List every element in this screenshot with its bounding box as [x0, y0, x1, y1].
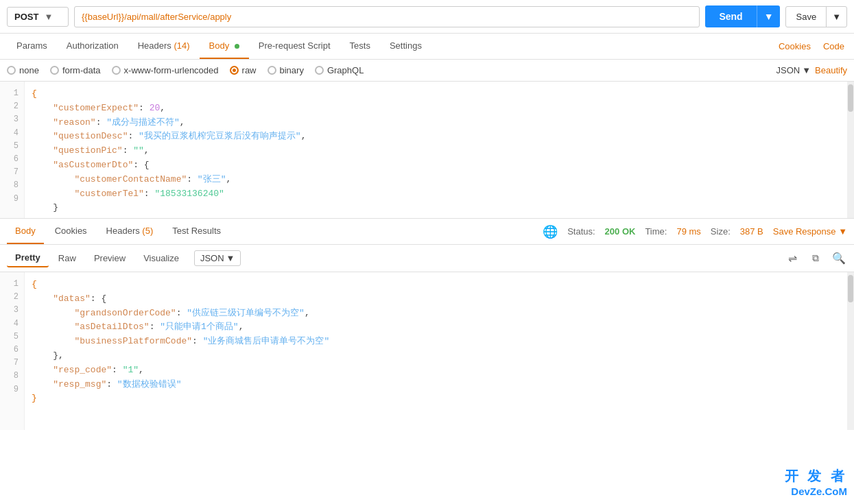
request-editor: 123456789 { "customerExpect": 20, "reaso… — [0, 82, 854, 219]
radio-binary[interactable]: binary — [268, 65, 304, 75]
viewer-tab-preview[interactable]: Preview — [86, 250, 134, 267]
viewer-tab-pretty[interactable]: Pretty — [7, 249, 49, 267]
tab-settings[interactable]: Settings — [380, 34, 431, 59]
time-label: Time: — [645, 226, 667, 237]
size-label: Size: — [711, 226, 731, 237]
response-code-content[interactable]: { "datas": { "grandsonOrderCode": "供应链三级… — [25, 272, 854, 430]
radio-circle-none — [7, 66, 16, 75]
request-tab-bar: Params Authorization Headers (14) Body P… — [0, 34, 854, 60]
send-button[interactable]: Send ▼ — [705, 5, 780, 27]
response-tab-test-results[interactable]: Test Results — [164, 219, 229, 244]
method-text: POST — [14, 12, 38, 22]
wrap-lines-icon[interactable]: ⇌ — [784, 250, 800, 267]
response-tab-bar: Body Cookies Headers (5) Test Results 🌐 … — [0, 219, 854, 245]
tab-params[interactable]: Params — [7, 34, 57, 59]
response-json-label: JSON — [200, 253, 224, 263]
url-bar: POST ▼ Send ▼ Save ▼ — [0, 0, 854, 34]
tab-headers[interactable]: Headers (14) — [128, 34, 200, 59]
watermark: 开 发 者 DevZe.CoM — [785, 467, 847, 497]
save-response-button[interactable]: Save Response ▼ — [773, 226, 847, 237]
request-code-content[interactable]: { "customerExpect": 20, "reason": "成分与描述… — [25, 82, 854, 218]
watermark-line1: 开 发 者 — [785, 467, 847, 485]
radio-graphql[interactable]: GraphQL — [315, 65, 364, 75]
tab-authorization[interactable]: Authorization — [57, 34, 128, 59]
tab-tests[interactable]: Tests — [340, 34, 380, 59]
radio-circle-urlencoded — [112, 66, 121, 75]
save-dropdown-arrow[interactable]: ▼ — [826, 7, 846, 27]
method-chevron: ▼ — [44, 12, 53, 22]
radio-circle-binary — [268, 66, 276, 75]
viewer-tab-right: ⇌ ⧉ 🔍 — [784, 250, 847, 267]
save-button[interactable]: Save ▼ — [785, 6, 847, 27]
response-line-numbers: 123456789 — [0, 272, 25, 430]
radio-circle-raw — [230, 66, 239, 75]
body-options-bar: none form-data x-www-form-urlencoded raw… — [0, 60, 854, 82]
response-json-select[interactable]: JSON ▼ — [194, 250, 241, 266]
radio-none-label: none — [19, 65, 39, 75]
time-value: 79 ms — [676, 226, 700, 237]
body-options-right: JSON ▼ Beautify — [776, 65, 847, 75]
radio-binary-label: binary — [280, 65, 304, 75]
json-format-chevron: ▼ — [802, 65, 811, 75]
globe-icon[interactable]: 🌐 — [543, 224, 558, 239]
send-label: Send — [705, 5, 756, 27]
radio-urlencoded-label: x-www-form-urlencoded — [124, 65, 219, 75]
viewer-tab-raw[interactable]: Raw — [50, 250, 84, 267]
json-format-label: JSON — [776, 65, 800, 75]
json-format-select[interactable]: JSON ▼ — [776, 65, 811, 75]
tab-pre-request[interactable]: Pre-request Script — [249, 34, 340, 59]
radio-raw-label: raw — [242, 65, 257, 75]
status-value: 200 OK — [605, 226, 636, 237]
code-link[interactable]: Code — [820, 34, 847, 58]
beautify-button[interactable]: Beautify — [815, 65, 847, 75]
watermark-line2: DevZe.CoM — [785, 485, 847, 497]
viewer-tab-visualize[interactable]: Visualize — [135, 250, 187, 267]
radio-form-data[interactable]: form-data — [50, 65, 101, 75]
method-select[interactable]: POST ▼ — [7, 7, 69, 27]
radio-graphql-label: GraphQL — [327, 65, 364, 75]
save-label: Save — [786, 7, 826, 27]
send-dropdown-arrow[interactable]: ▼ — [757, 5, 781, 27]
viewer-tab-bar: Pretty Raw Preview Visualize JSON ▼ ⇌ ⧉ … — [0, 245, 854, 272]
radio-urlencoded[interactable]: x-www-form-urlencoded — [112, 65, 219, 75]
response-scrollbar[interactable] — [847, 272, 854, 430]
status-bar: 🌐 Status: 200 OK Time: 79 ms Size: 387 B… — [543, 224, 847, 239]
status-label: Status: — [567, 226, 595, 237]
radio-form-data-label: form-data — [62, 65, 101, 75]
tab-body[interactable]: Body — [200, 34, 249, 59]
radio-none[interactable]: none — [7, 65, 39, 75]
response-json-chevron: ▼ — [226, 253, 235, 263]
request-line-numbers: 123456789 — [0, 82, 25, 218]
radio-circle-graphql — [315, 66, 324, 75]
radio-circle-form-data — [50, 66, 59, 75]
response-tab-cookies[interactable]: Cookies — [47, 219, 95, 244]
url-input[interactable] — [74, 6, 700, 27]
radio-raw[interactable]: raw — [230, 65, 257, 75]
request-scrollbar[interactable] — [847, 82, 854, 218]
response-tab-headers[interactable]: Headers (5) — [98, 219, 162, 244]
size-value: 387 B — [740, 226, 763, 237]
response-editor: 123456789 { "datas": { "grandsonOrderCod… — [0, 272, 854, 430]
search-icon[interactable]: 🔍 — [831, 250, 847, 267]
response-tab-body[interactable]: Body — [7, 219, 44, 244]
copy-icon[interactable]: ⧉ — [807, 250, 824, 267]
tab-bar-right: Cookies Code — [776, 34, 847, 58]
cookies-link[interactable]: Cookies — [776, 34, 814, 58]
